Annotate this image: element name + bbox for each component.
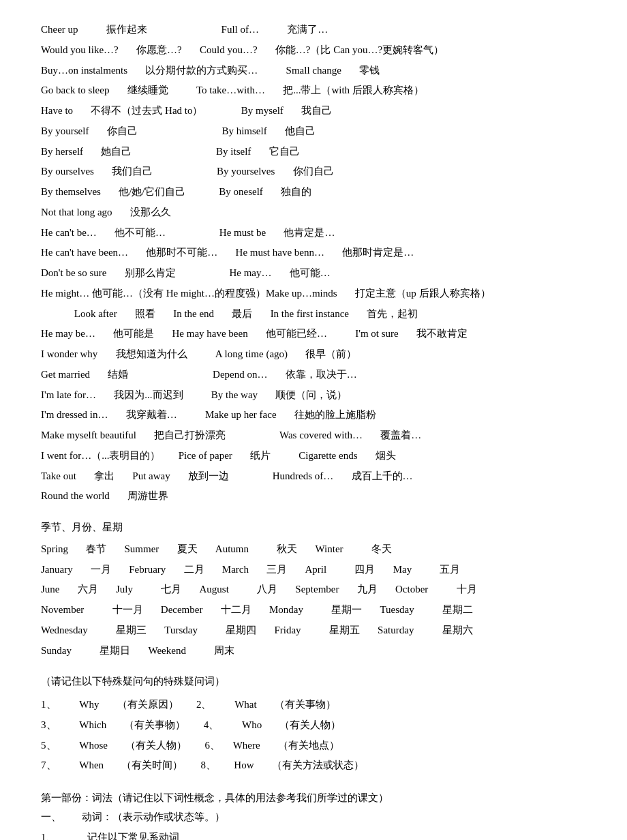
trans-take-with: 把...带上（with 后跟人称宾格） (283, 85, 424, 95)
phrase-dont-be-sure: Don't be so sure (41, 267, 106, 278)
phrase-look-after: Look after (74, 308, 117, 319)
phrase-first-instance: In the first instance (271, 308, 349, 319)
line-5: Have to 不得不（过去式 Had to） By myself 我自己 (41, 102, 586, 121)
september-en: September (295, 584, 339, 595)
line-11: He can't be… 他不可能… He must be 他肯定是… (41, 224, 586, 243)
q2-word: What (234, 699, 256, 710)
q3-num: 3、 (41, 719, 57, 730)
october-cn: 十月 (457, 584, 477, 595)
phrase-cant-be: He can't be… (41, 227, 97, 238)
thursday-cn: 星期四 (226, 625, 256, 635)
november-cn: 十一月 (112, 604, 143, 615)
phrase-went-for: I went for…（...表明目的） (41, 450, 160, 461)
line-4: Go back to sleep 继续睡觉 To take…with… 把...… (41, 81, 586, 100)
phrase-make-beautiful: Make myselft beautiful (41, 430, 136, 440)
phrase-he-might: He might… 他可能…（没有 He might…的程度强）Make up…… (41, 288, 337, 299)
line-9: By themselves 他/她/它们自己 By oneself 独自的 (41, 183, 586, 202)
line-13: Don't be so sure 别那么肯定 He may… 他可能… (41, 264, 586, 283)
april-en: April (305, 564, 326, 575)
months-line-2: June 六月 July 七月 August 八月 September 九月 O… (41, 580, 586, 599)
days-line-1: Wednesday 星期三 Tursday 星期四 Friday 星期五 Sat… (41, 621, 586, 640)
q6-num: 6、 (204, 740, 220, 751)
trans-cheer-up: 振作起来 (106, 24, 147, 35)
trans-cant-have-been: 他那时不可能… (146, 247, 217, 258)
phrase-cheer-up: Cheer up (41, 24, 78, 35)
phrase-cant-have-been: He can't have been… (41, 247, 128, 258)
winter-cn: 冬天 (371, 543, 392, 554)
trans-would-you: 你愿意…? (136, 44, 182, 55)
q4-meaning: （有关人物） (279, 719, 341, 730)
trans-go-back: 继续睡觉 (127, 85, 168, 95)
trans-by-herself: 她自己 (101, 146, 132, 157)
phrase-have-to: Have to (41, 105, 73, 116)
days-line-2: Sunday 星期日 Weekend 周末 (41, 642, 586, 661)
q6-word: Where (233, 740, 260, 751)
phrase-wonder-why: I wonder why (41, 348, 97, 359)
phrase-could-you: Could you…? (200, 44, 258, 55)
friday-en: Friday (274, 625, 301, 635)
line-6: By yourself 你自己 By himself 他自己 (41, 122, 586, 141)
trans-put-away: 放到一边 (188, 470, 229, 481)
line-22: I went for…（...表明目的） Pice of paper 纸片 Ci… (41, 447, 586, 466)
trans-make-up-face: 往她的脸上施脂粉 (294, 409, 376, 420)
trans-by-the-way: 顺便（问，说） (275, 389, 347, 400)
line-17: I wonder why 我想知道为什么 A long time (ago) 很… (41, 345, 586, 364)
section1-item: 1、 记住以下常见系动词 (41, 828, 586, 841)
september-cn: 九月 (357, 584, 378, 595)
q5-num: 5、 (41, 740, 57, 751)
october-en: October (395, 584, 428, 595)
q6-meaning: （有关地点） (278, 740, 339, 751)
trans-covered-with: 覆盖着… (380, 430, 421, 440)
trans-small-change: 零钱 (359, 65, 380, 76)
question-row-2: 3、 Which （有关事物） 4、 Who （有关人物） (41, 716, 586, 735)
phrase-by-oneself: By oneself (219, 186, 263, 197)
phrase-im-late: I'm late for… (41, 389, 96, 400)
monday-en: Monday (269, 604, 303, 615)
line-24: Round the world 周游世界 (41, 487, 586, 506)
q8-meaning: （有关方法或状态） (272, 760, 364, 770)
trans-round-world: 周游世界 (127, 490, 168, 501)
trans-by-yourself: 你自己 (107, 125, 138, 136)
phrase-covered-with: Was covered with… (279, 430, 363, 440)
trans-by-ourselves: 我们自己 (112, 166, 153, 177)
autumn-cn: 秋天 (277, 543, 297, 554)
q2-meaning: （有关事物） (275, 699, 336, 710)
may-en: May (393, 564, 412, 575)
april-cn: 四月 (354, 564, 375, 575)
phrase-get-married: Get married (41, 369, 90, 380)
saturday-cn: 星期六 (442, 625, 473, 635)
q2-num: 2、 (196, 699, 212, 710)
trans-must-be: 他肯定是… (284, 227, 335, 238)
phrase-make-up-face: Make up her face (205, 409, 277, 420)
q1-meaning: （有关原因） (117, 699, 179, 710)
trans-first-instance: 首先，起初 (367, 308, 418, 319)
phrase-im-ot-sure: I'm ot sure (355, 328, 399, 339)
may-cn: 五月 (440, 564, 460, 575)
trans-by-oneself: 独自的 (281, 186, 311, 197)
trans-he-may-have-been: 他可能已经… (266, 328, 327, 339)
july-cn: 七月 (161, 584, 181, 595)
trans-piece-paper: 纸片 (250, 450, 271, 461)
february-cn: 二月 (184, 564, 204, 575)
q7-num: 7、 (41, 760, 57, 770)
phrase-full-of: Full of… (221, 24, 259, 35)
phrase-cigarette-ends: Cigarette ends (299, 450, 357, 461)
line-23: Take out 拿出 Put away 放到一边 Hundreds of… 成… (41, 467, 586, 486)
trans-by-themselves: 他/她/它们自己 (119, 186, 185, 197)
trans-by-myself: 我自己 (301, 105, 332, 116)
january-cn: 一月 (91, 564, 111, 575)
june-en: June (41, 584, 60, 595)
trans-make-up-minds: 打定主意（up 后跟人称宾格） (355, 288, 491, 299)
q5-meaning: （有关人物） (125, 740, 187, 751)
wednesday-cn: 星期三 (116, 625, 147, 635)
monday-cn: 星期一 (331, 604, 362, 615)
q7-meaning: （有关时间） (121, 760, 183, 770)
phrase-in-the-end: In the end (173, 308, 214, 319)
phrase-small-change: Small change (286, 65, 341, 76)
wednesday-en: Wednesday (41, 625, 88, 635)
phrase-by-yourselves: By yourselves (217, 166, 275, 177)
trans-he-may: 他可能… (290, 267, 331, 278)
trans-im-ot-sure: 我不敢肯定 (416, 328, 468, 339)
line-7: By herself 她自己 By itself 它自己 (41, 142, 586, 162)
trans-look-after: 照看 (135, 308, 155, 319)
